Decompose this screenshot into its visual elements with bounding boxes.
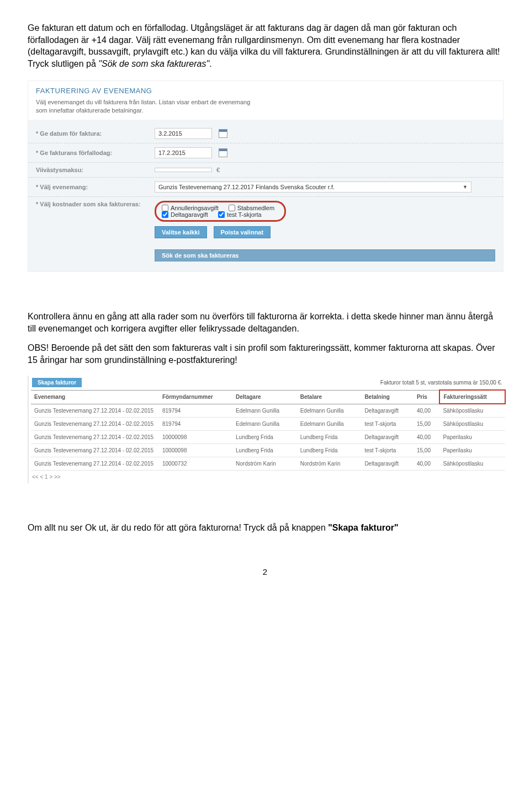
paragraph-1: Ge fakturan ett datum och en förfallodag… bbox=[28, 22, 502, 70]
checkbox-annullering[interactable]: Annulleringsavgift bbox=[162, 205, 219, 211]
table-cell: Lundberg Frida bbox=[232, 431, 297, 444]
pager[interactable]: << < 1 > >> bbox=[31, 471, 506, 483]
row-viivastysmaksu: Viivästysmaksu: € bbox=[28, 163, 503, 178]
th-betalare: Betalare bbox=[297, 390, 362, 404]
row-evenemang: * Välj evenemang: Gunzis Testevenemang 2… bbox=[28, 178, 503, 197]
input-viivastysmaksu[interactable] bbox=[155, 168, 212, 172]
input-forfallodag[interactable]: 17.2.2015 bbox=[155, 147, 212, 158]
button-clear-all[interactable]: Poista valinnat bbox=[214, 226, 271, 238]
table-row: Gunzis Testevenemang 27.12.2014 - 02.02.… bbox=[31, 418, 505, 431]
table-cell: test T-skjorta bbox=[361, 418, 414, 431]
form-intro-line2: som innefattar ofakturerade betalningar. bbox=[36, 107, 143, 114]
para1-italic: "Sök de som ska faktureras" bbox=[98, 59, 209, 68]
paragraph-3: OBS! Beroende på det sätt den som faktur… bbox=[28, 342, 502, 366]
table-cell: 819794 bbox=[159, 418, 232, 431]
th-faktureringssatt: Faktureringssätt bbox=[439, 390, 505, 404]
calendar-icon[interactable] bbox=[219, 129, 227, 138]
table-cell: Edelmann Gunilla bbox=[297, 418, 362, 431]
chevron-down-icon: ▼ bbox=[463, 184, 468, 190]
button-select-all[interactable]: Valitse kaikki bbox=[155, 226, 207, 238]
table-cell: Deltagaravgift bbox=[361, 431, 414, 444]
label-viivastysmaksu: Viivästysmaksu: bbox=[36, 167, 155, 173]
form-header: FAKTURERING AV EVENEMANG bbox=[28, 81, 503, 98]
paragraph-2: Kontrollera ännu en gång att alla rader … bbox=[28, 311, 502, 334]
table-row: Gunzis Testevenemang 27.12.2014 - 02.02.… bbox=[31, 444, 505, 457]
checkbox-annullering-label: Annulleringsavgift bbox=[171, 205, 219, 211]
checkbox-deltagaravgift[interactable]: Deltagaravgift bbox=[162, 211, 208, 218]
button-skapa-fakturor[interactable]: Skapa fakturor bbox=[32, 378, 82, 387]
paragraph-4: Om allt nu ser Ok ut, är du redo för att… bbox=[28, 522, 502, 534]
th-evenemang: Evenemang bbox=[31, 390, 159, 404]
table-cell: Sähköpostilasku bbox=[439, 418, 505, 431]
table-cell: 819794 bbox=[159, 404, 232, 418]
para1-text-b: . bbox=[209, 59, 211, 68]
row-datum: * Ge datum för faktura: 3.2.2015 bbox=[28, 124, 503, 143]
th-betalning: Betalning bbox=[361, 390, 414, 404]
table-cell: Edelmann Gunilla bbox=[297, 404, 362, 418]
table-cell: Gunzis Testevenemang 27.12.2014 - 02.02.… bbox=[31, 418, 159, 431]
table-cell: Sähköpostilasku bbox=[439, 404, 505, 418]
table-cell: 10000098 bbox=[159, 444, 232, 457]
table-cell: 15,00 bbox=[414, 418, 440, 431]
checkbox-deltagaravgift-label: Deltagaravgift bbox=[171, 211, 208, 218]
checkbox-stabsmedlem-label: Stabsmedlem bbox=[237, 205, 274, 211]
th-pris: Pris bbox=[414, 390, 440, 404]
label-evenemang: * Välj evenemang: bbox=[36, 184, 155, 190]
checkbox-stabsmedlem[interactable]: Stabsmedlem bbox=[229, 205, 274, 211]
input-datum[interactable]: 3.2.2015 bbox=[155, 128, 212, 139]
row-kostnader: * Välj kostnader som ska faktureras: Ann… bbox=[28, 197, 503, 224]
table-cell: 40,00 bbox=[414, 431, 440, 444]
invoice-total-text: Fakturor totalt 5 st, varstotala summa ä… bbox=[380, 380, 502, 386]
table-cell: Edelmann Gunilla bbox=[232, 404, 297, 418]
table-row: Gunzis Testevenemang 27.12.2014 - 02.02.… bbox=[31, 404, 505, 418]
table-cell: Paperilasku bbox=[439, 431, 505, 444]
euro-symbol: € bbox=[216, 167, 220, 173]
table-cell: Gunzis Testevenemang 27.12.2014 - 02.02.… bbox=[31, 444, 159, 457]
table-cell: 40,00 bbox=[414, 457, 440, 471]
label-kostnader: * Välj kostnader som ska faktureras: bbox=[36, 201, 155, 207]
form-intro-line1: Välj evenemanget du vill fakturera från … bbox=[36, 99, 250, 105]
para4-b: "Skapa fakturor" bbox=[328, 523, 398, 532]
table-cell: test T-skjorta bbox=[361, 444, 414, 457]
table-cell: 40,00 bbox=[414, 404, 440, 418]
select-evenemang-value: Gunzis Testevenemang 27.12.2017 Finlands… bbox=[158, 184, 335, 190]
table-cell: Sähköpostilasku bbox=[439, 457, 505, 471]
page-number: 2 bbox=[28, 567, 502, 576]
table-cell: Deltagaravgift bbox=[361, 404, 414, 418]
screenshot-fakturering-form: FAKTURERING AV EVENEMANG Välj evenemange… bbox=[28, 81, 504, 272]
kostnader-highlight-box: Annulleringsavgift Stabsmedlem Deltagara… bbox=[155, 201, 286, 222]
table-cell: 10000732 bbox=[159, 457, 232, 471]
table-cell: 15,00 bbox=[414, 444, 440, 457]
label-forfallodag: * Ge fakturans förfallodag: bbox=[36, 149, 155, 156]
label-datum: * Ge datum för faktura: bbox=[36, 130, 155, 137]
table-cell: Nordström Karin bbox=[297, 457, 362, 471]
checkbox-tskjorta-label: test T-skjorta bbox=[227, 211, 262, 218]
table-cell: Gunzis Testevenemang 27.12.2014 - 02.02.… bbox=[31, 431, 159, 444]
button-search-invoiced[interactable]: Sök de som ska faktureras bbox=[155, 249, 495, 261]
calendar-icon[interactable] bbox=[219, 148, 227, 157]
form-intro: Välj evenemanget du vill fakturera från … bbox=[28, 98, 503, 120]
table-cell: Gunzis Testevenemang 27.12.2014 - 02.02.… bbox=[31, 457, 159, 471]
checkbox-tskjorta[interactable]: test T-skjorta bbox=[218, 211, 262, 218]
table-cell: 10000098 bbox=[159, 431, 232, 444]
invoice-table: Evenemang Förmyndarnummer Deltagare Beta… bbox=[31, 389, 506, 471]
table-row: Gunzis Testevenemang 27.12.2014 - 02.02.… bbox=[31, 431, 505, 444]
table-cell: Deltagaravgift bbox=[361, 457, 414, 471]
table-row: Gunzis Testevenemang 27.12.2014 - 02.02.… bbox=[31, 457, 505, 471]
row-forfallodag: * Ge fakturans förfallodag: 17.2.2015 bbox=[28, 143, 503, 163]
table-cell: Nordström Karin bbox=[232, 457, 297, 471]
para4-a: Om allt nu ser Ok ut, är du redo för att… bbox=[28, 523, 328, 532]
th-deltagare: Deltagare bbox=[232, 390, 297, 404]
table-cell: Lundberg Frida bbox=[297, 431, 362, 444]
th-formyndarnummer: Förmyndarnummer bbox=[159, 390, 232, 404]
table-cell: Lundberg Frida bbox=[232, 444, 297, 457]
table-cell: Edelmann Gunilla bbox=[232, 418, 297, 431]
table-cell: Lundberg Frida bbox=[297, 444, 362, 457]
screenshot-invoice-table: Skapa fakturor Fakturor totalt 5 st, var… bbox=[28, 376, 506, 483]
select-evenemang[interactable]: Gunzis Testevenemang 27.12.2017 Finlands… bbox=[155, 181, 471, 193]
para3-a: OBS! Beroende på det sätt den som faktur… bbox=[28, 343, 476, 352]
table-cell: Gunzis Testevenemang 27.12.2014 - 02.02.… bbox=[31, 404, 159, 418]
table-cell: Paperilasku bbox=[439, 444, 505, 457]
